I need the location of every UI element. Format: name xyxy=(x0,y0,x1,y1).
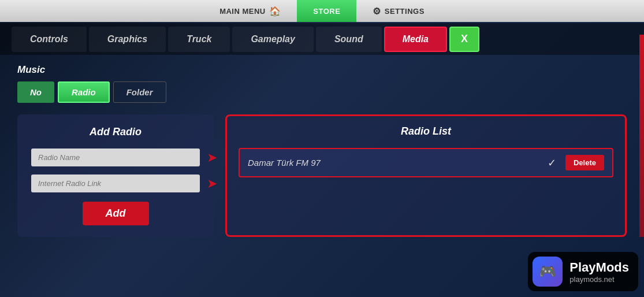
tab-controls[interactable]: Controls xyxy=(12,27,87,52)
delete-radio-button[interactable]: Delete xyxy=(565,155,604,170)
radio-list-panel: Radio List Damar Türk FM 97 ✓ Delete xyxy=(225,114,627,237)
list-item: Damar Türk FM 97 ✓ Delete xyxy=(239,148,613,177)
tab-gameplay[interactable]: Gameplay xyxy=(232,27,313,52)
store-button[interactable]: STORE xyxy=(297,0,356,22)
radio-name-input[interactable] xyxy=(31,148,200,166)
add-radio-title: Add Radio xyxy=(31,126,200,138)
gear-icon: ⚙ xyxy=(373,6,381,17)
side-accent xyxy=(639,35,644,237)
settings-label: SETTINGS xyxy=(385,7,425,16)
tab-graphics-label: Graphics xyxy=(107,34,147,44)
add-radio-button[interactable]: Add xyxy=(83,202,149,225)
playmods-url: playmods.net xyxy=(569,275,629,284)
add-radio-panel: Add Radio ➤ ➤ Add xyxy=(17,114,214,237)
music-options: No Radio Folder xyxy=(17,81,627,103)
tab-controls-label: Controls xyxy=(30,34,68,44)
tab-graphics[interactable]: Graphics xyxy=(89,27,166,52)
radio-list-title: Radio List xyxy=(239,125,613,138)
playmods-text: PlayMods playmods.net xyxy=(569,260,629,284)
main-menu-label: MAIN MENU xyxy=(219,7,266,16)
playmods-name: PlayMods xyxy=(569,260,629,275)
tab-sound-label: Sound xyxy=(334,34,363,44)
tab-truck-label: Truck xyxy=(187,34,211,44)
panels-row: Add Radio ➤ ➤ Add Radio List Damar Türk … xyxy=(17,114,627,237)
tab-close-label: X xyxy=(461,33,468,45)
playmods-badge: 🎮 PlayMods playmods.net xyxy=(528,252,638,291)
tab-gameplay-label: Gameplay xyxy=(251,34,295,44)
content-area: Music No Radio Folder Add Radio ➤ ➤ Add … xyxy=(0,55,644,246)
check-icon: ✓ xyxy=(548,157,556,169)
top-nav: MAIN MENU 🏠 STORE ⚙ SETTINGS xyxy=(0,0,644,22)
settings-button[interactable]: ⚙ SETTINGS xyxy=(356,0,441,22)
settings-tabs: Controls Graphics Truck Gameplay Sound M… xyxy=(0,23,644,55)
radio-name-group: ➤ xyxy=(31,148,200,166)
tab-close[interactable]: X xyxy=(449,27,479,52)
radio-name-arrow-icon: ➤ xyxy=(207,150,217,165)
main-menu-button[interactable]: MAIN MENU 🏠 xyxy=(203,0,297,22)
playmods-icon-glyph: 🎮 xyxy=(539,263,556,280)
home-icon: 🏠 xyxy=(269,6,281,17)
music-section-label: Music xyxy=(17,64,627,76)
tab-sound[interactable]: Sound xyxy=(316,27,382,52)
radio-link-arrow-icon: ➤ xyxy=(207,176,217,191)
playmods-icon: 🎮 xyxy=(533,257,563,287)
tab-media-label: Media xyxy=(403,34,429,44)
radio-item-name: Damar Türk FM 97 xyxy=(248,158,548,168)
tab-truck[interactable]: Truck xyxy=(168,27,230,52)
radio-link-input[interactable] xyxy=(31,175,200,192)
music-no-button[interactable]: No xyxy=(17,81,54,103)
radio-link-group: ➤ xyxy=(31,175,200,192)
tab-media[interactable]: Media xyxy=(384,27,447,52)
music-folder-button[interactable]: Folder xyxy=(113,81,166,103)
store-label: STORE xyxy=(313,7,340,16)
music-radio-button[interactable]: Radio xyxy=(58,81,110,103)
